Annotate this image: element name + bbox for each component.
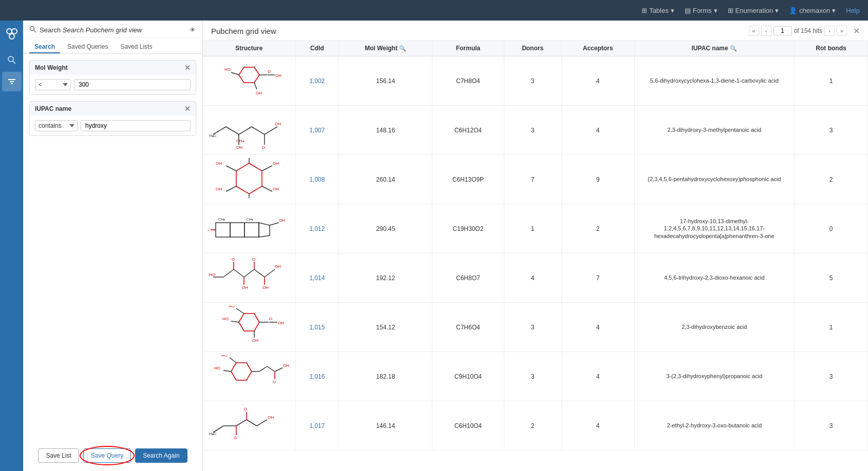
iupac-cell: 5,6-dihydroxycyclohexa-1,3-diene-1-carbo… [634, 56, 794, 106]
prev-page-button[interactable]: ‹ [761, 26, 771, 36]
save-query-button[interactable]: Save Query [83, 448, 131, 463]
next-page-button[interactable]: › [824, 26, 835, 36]
eye-icon[interactable]: 👁 [190, 26, 196, 34]
donors-cell: 2 [504, 401, 561, 450]
mol-weight-filter-header: Mol Weight ✕ [30, 61, 196, 75]
mol-weight-search-icon[interactable]: 🔍 [399, 45, 406, 51]
svg-line-24 [239, 127, 252, 134]
sidebar-filter-btn[interactable] [2, 72, 22, 91]
cdid-cell[interactable]: 1,014 [295, 253, 339, 303]
rot-bonds-cell: 1 [794, 303, 867, 352]
search-again-button[interactable]: Search Again [135, 448, 187, 463]
tables-menu[interactable]: ⊞ Tables ▾ [641, 7, 674, 14]
grid-nav: « ‹ of 154 hits › » ✕ [749, 26, 860, 36]
main-content: Pubchem grid view « ‹ of 154 hits › » ✕ … [203, 21, 868, 471]
svg-text:O: O [252, 257, 255, 262]
rot-bonds-cell: 1 [794, 56, 867, 106]
cdid-cell[interactable]: 1,015 [295, 303, 339, 352]
svg-text:OH: OH [242, 285, 248, 290]
mol-weight-value-input[interactable] [74, 79, 191, 90]
search-actions: Save List Save Query Search Again [23, 443, 202, 471]
svg-text:CH₃: CH₃ [218, 218, 225, 221]
col-cdid: CdId [295, 41, 339, 56]
cdid-cell[interactable]: 1,016 [295, 352, 339, 401]
cdid-cell[interactable]: 1,017 [295, 401, 339, 450]
acceptors-cell: 9 [561, 155, 634, 204]
close-grid-button[interactable]: ✕ [853, 26, 860, 36]
formula-cell: C6H13O9P [432, 155, 504, 204]
col-structure: Structure [203, 41, 295, 56]
tab-search[interactable]: Search [29, 41, 60, 53]
structure-cell: O OH HO OH [203, 56, 295, 106]
forms-menu[interactable]: ▤ Forms ▾ [685, 7, 718, 14]
search-panel-header: Search Search Pubchem grid view 👁 [23, 21, 202, 38]
data-table-wrapper[interactable]: Structure CdId Mol Weight 🔍 Formula Dono… [203, 41, 868, 471]
svg-marker-83 [231, 363, 252, 380]
tables-chevron-icon: ▾ [671, 7, 674, 14]
svg-line-19 [254, 83, 257, 89]
svg-line-59 [234, 269, 244, 277]
formula-cell: C7H8O4 [432, 56, 504, 106]
svg-line-84 [230, 358, 236, 363]
iupac-filter-header: IUPAC name ✕ [30, 102, 196, 116]
svg-marker-49 [259, 223, 270, 237]
enum-icon: ⊞ [728, 7, 733, 14]
svg-line-91 [275, 368, 282, 371]
app-layout: Search Search Pubchem grid view 👁 Search… [0, 21, 868, 471]
iupac-cell: 2,3-dihydroxybenzoic acid [634, 303, 794, 352]
svg-line-99 [247, 420, 257, 426]
acceptors-cell: 4 [561, 56, 634, 106]
enumeration-menu[interactable]: ⊞ Enumeration ▾ [728, 7, 779, 14]
formula-cell: C6H8O7 [432, 253, 504, 303]
svg-line-98 [236, 420, 247, 426]
last-page-button[interactable]: » [837, 26, 847, 36]
formula-cell: C9H10O4 [432, 352, 504, 401]
save-list-button[interactable]: Save List [38, 448, 79, 463]
first-page-button[interactable]: « [749, 26, 759, 36]
iupac-close-icon[interactable]: ✕ [184, 105, 191, 113]
mol-weight-cell: 290.45 [339, 204, 432, 253]
cdid-cell[interactable]: 1,002 [295, 56, 339, 106]
mol-weight-operator-select[interactable]: < <= = >= > [35, 79, 71, 90]
cdid-cell[interactable]: 1,007 [295, 106, 339, 155]
svg-line-9 [34, 30, 36, 32]
sidebar-search-btn[interactable] [2, 50, 22, 70]
svg-line-60 [244, 269, 254, 277]
svg-line-4 [13, 61, 15, 64]
forms-chevron-icon: ▾ [714, 7, 718, 14]
svg-marker-72 [239, 313, 259, 331]
table-row: HO OH O O OH OH 1,014 192.12 C6H8O7 4 7 … [203, 253, 868, 303]
svg-point-1 [12, 29, 17, 34]
svg-text:HO: HO [209, 272, 215, 277]
svg-text:P=O: P=O [246, 199, 254, 199]
svg-text:HO: HO [221, 355, 228, 358]
top-navbar: ⊞ Tables ▾ ▤ Forms ▾ ⊞ Enumeration ▾ 👤 c… [0, 0, 868, 21]
page-number-input[interactable] [773, 26, 792, 35]
table-row: H₃C CH₃ OH OH O 1,007 148.16 C6H12O4 3 4… [203, 106, 868, 155]
cdid-cell[interactable]: 1,008 [295, 155, 339, 204]
svg-text:O: O [269, 317, 272, 321]
user-menu[interactable]: 👤 chemaxon ▾ [789, 7, 836, 14]
svg-line-38 [226, 186, 236, 191]
iupac-search-icon[interactable]: 🔍 [730, 45, 737, 51]
iupac-value-input[interactable] [81, 120, 191, 131]
iupac-cell: (2,3,4,5,6-pentahydroxycyclohexoxy)phosp… [634, 155, 794, 204]
mol-weight-close-icon[interactable]: ✕ [184, 64, 191, 72]
tab-saved-queries[interactable]: Saved Queries [62, 41, 113, 53]
svg-text:H₃C: H₃C [209, 431, 217, 436]
svg-line-90 [267, 366, 275, 371]
structure-cell: HO OH O O OH OH [203, 253, 295, 303]
svg-point-3 [8, 56, 13, 62]
structure-cell: H₃C CH₃ OH OH O [203, 106, 295, 155]
structure-cell: OH OH OH OH OH P=O [203, 155, 295, 204]
acceptors-cell: 2 [561, 204, 634, 253]
iupac-cell: 2,3-dihydroxy-3-methylpentanoic acid [634, 106, 794, 155]
iupac-filter-body: contains starts with ends with equals [30, 116, 196, 135]
iupac-operator-select[interactable]: contains starts with ends with equals [35, 120, 78, 131]
help-link[interactable]: Help [846, 7, 860, 14]
cdid-cell[interactable]: 1,012 [295, 204, 339, 253]
svg-text:OH: OH [283, 363, 289, 368]
grid-title: Pubchem grid view [211, 27, 276, 35]
tab-saved-lists[interactable]: Saved Lists [115, 41, 157, 53]
acceptors-cell: 4 [561, 303, 634, 352]
